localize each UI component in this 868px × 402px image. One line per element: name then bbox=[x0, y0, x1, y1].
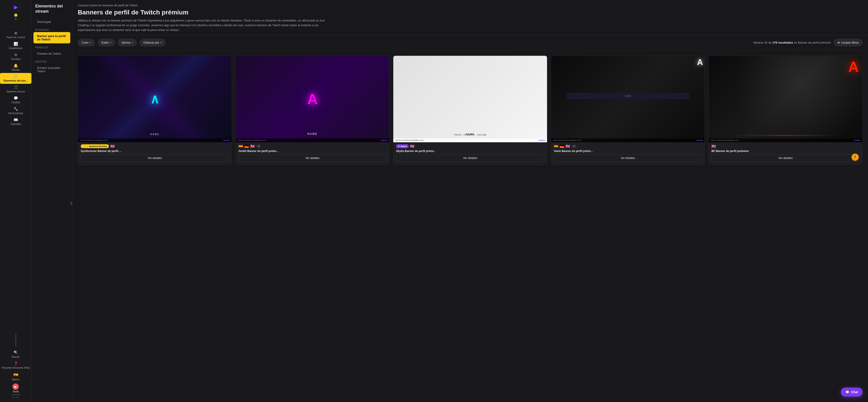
section-paneles: PANELES bbox=[32, 43, 72, 50]
sidebar-item-panel-control[interactable]: ⊞ Panel de Control bbox=[0, 30, 31, 40]
search-icon: 🔍 bbox=[13, 350, 18, 355]
card-synthrunner[interactable]: ∧ NAME TWITCH PROFILE BANNER & PIC OWN3D… bbox=[78, 56, 232, 164]
page-title: Banners de perfil de Twitch prémium bbox=[78, 9, 863, 16]
music-icon: 🎵 bbox=[13, 86, 18, 89]
sidebar-item-herramientas[interactable]: 🔧 Herramientas bbox=[0, 105, 31, 116]
clear-filters-button[interactable]: ⊗ Limpiar filtros bbox=[834, 39, 863, 46]
card-4-title: Venin Banner de perfil prémi... bbox=[551, 149, 705, 155]
content-grid: ∧ NAME TWITCH PROFILE BANNER & PIC OWN3D… bbox=[72, 50, 868, 402]
card-5-details-button[interactable]: Ver detalles bbox=[711, 155, 860, 162]
flag-gb-3: 🇬🇧 bbox=[410, 144, 414, 148]
card-1-title: Synthrunner Banner de perfil ... bbox=[78, 149, 232, 155]
middle-nav-item-emotes-suscriptor[interactable]: Emotes suscriptor Twitch bbox=[33, 64, 70, 75]
chevron-down-icon: ▾ bbox=[110, 41, 111, 44]
card-1-details-button[interactable]: Ver detalles bbox=[81, 155, 229, 162]
sidebar-item-overlays[interactable]: ⧉ Overlays bbox=[0, 51, 31, 62]
sidebar-language[interactable]: 🇪🇸 Idioma bbox=[0, 370, 31, 382]
middle-nav-item-paneles-twitch[interactable]: Paneles de Twitch bbox=[33, 50, 70, 58]
card-5-title: BF Banner de perfil prémium bbox=[709, 149, 862, 155]
flag-gb-2: 🇬🇧 bbox=[250, 144, 255, 148]
badge-new: ✦ Nuevo bbox=[396, 144, 409, 148]
badge-favorites: 🏆 🏆 Nuestros favoritos bbox=[81, 144, 109, 148]
filter-color-button[interactable]: Color ▾ bbox=[78, 39, 95, 46]
middle-nav-item-banner-perfil[interactable]: Banner para tu perfil de Twitch bbox=[33, 32, 70, 43]
card-4-badge-row: 🇪🇸 🇩🇪 🇬🇧 +6 bbox=[551, 142, 705, 149]
clear-icon: ⊗ bbox=[837, 41, 840, 44]
middle-nav: Elementos del stream Descargas BANNERS B… bbox=[32, 0, 72, 402]
card-5-image: A TWITCH PROFILE BANNER & PIC OWN3D bbox=[709, 56, 862, 142]
page-description: ¡Mejora tu stream con un banner premium … bbox=[78, 18, 327, 32]
flag-icon: 🇪🇸 bbox=[13, 372, 18, 377]
sidebar-profile[interactable]: ▶ Perfil v54a35af ID: 172 bbox=[11, 382, 21, 399]
card-3-title: Skylla Banner de perfil prémi... bbox=[393, 149, 547, 155]
chart-icon: 📊 bbox=[13, 42, 18, 46]
warning-badge: ! bbox=[851, 154, 859, 161]
filters-row: Color ▾ Estilo ▾ Idioma ▾ Ordenar por ▾ … bbox=[72, 35, 868, 50]
app-logo[interactable]: ▶ bbox=[11, 3, 20, 12]
chevron-down-icon: ▾ bbox=[90, 41, 91, 44]
chat-bubble-label: Chat bbox=[851, 390, 858, 394]
collapse-nav-button[interactable]: ◀ bbox=[70, 201, 72, 205]
flag-gb: 🇬🇧 bbox=[110, 144, 115, 148]
card-3-image: A TWITCH FACEBOOK YOUTUBE NAME TWITCH PR… bbox=[393, 56, 547, 142]
card-2-details-button[interactable]: Ver detalles bbox=[239, 155, 387, 162]
sidebar-item-estadisticas[interactable]: 📊 Estadísticas bbox=[0, 40, 31, 51]
card-4-image: A NAME TWITCH PROFILE BANNER & PIC OWN3D bbox=[551, 56, 705, 142]
cards-grid: ∧ NAME TWITCH PROFILE BANNER & PIC OWN3D… bbox=[78, 56, 863, 164]
card-venin[interactable]: A NAME TWITCH PROFILE BANNER & PIC OWN3D… bbox=[551, 56, 705, 164]
sidebar-faq[interactable]: ❓ Preguntas frecuentes (FAQ) bbox=[0, 360, 31, 370]
card-4-details-button[interactable]: Ver detalles bbox=[554, 155, 702, 162]
chat-bubble[interactable]: 💬 Chat bbox=[841, 388, 863, 397]
card-5-badge-row: 🇬🇧 bbox=[709, 142, 862, 149]
results-info: Mostrar 20 de 176 resultados en Banner d… bbox=[753, 41, 831, 44]
card-3-details-button[interactable]: Ver detalles bbox=[396, 155, 544, 162]
middle-nav-item-descargas[interactable]: Descargas bbox=[33, 18, 70, 26]
card-zenith[interactable]: A NAME TWITCH PROFILE BANNER & PIC OWN3D… bbox=[236, 56, 390, 164]
notification-badge: 0 bbox=[14, 13, 18, 24]
flag-de-2: 🇩🇪 bbox=[244, 144, 249, 148]
filter-estilo-button[interactable]: Estilo ▾ bbox=[98, 39, 115, 46]
sidebar-item-chatbot[interactable]: 💬 Chatbot bbox=[0, 95, 31, 105]
card-skylla[interactable]: A TWITCH FACEBOOK YOUTUBE NAME TWITCH PR… bbox=[393, 56, 547, 164]
middle-nav-title: Elementos del stream bbox=[32, 4, 72, 18]
flag-gb-5: 🇬🇧 bbox=[711, 144, 716, 148]
card-2-image: A NAME TWITCH PROFILE BANNER & PIC OWN3D bbox=[236, 56, 390, 142]
main-content: Comprar todos los banners de perfil de T… bbox=[72, 0, 868, 402]
avatar: ▶ bbox=[12, 383, 19, 390]
main-header: Comprar todos los banners de perfil de T… bbox=[72, 0, 868, 35]
chevron-down-icon: ▾ bbox=[160, 41, 162, 44]
grid-icon: ⊞ bbox=[14, 31, 17, 35]
flag-more-2: +6 bbox=[256, 144, 261, 148]
bell-icon: 🔔 bbox=[13, 64, 18, 68]
sidebar-search[interactable]: 🔍 Buscar bbox=[0, 348, 31, 360]
card-2-badge-row: 🇪🇸 🇩🇪 🇬🇧 +6 bbox=[236, 142, 390, 149]
book-icon: 📖 bbox=[13, 118, 18, 122]
section-banners: BANNERS bbox=[32, 26, 72, 32]
chevron-down-icon: ▾ bbox=[132, 41, 133, 44]
sidebar-item-tutoriales[interactable]: 📖 Tutoriales bbox=[0, 116, 31, 127]
chat-icon: 💬 bbox=[13, 96, 18, 100]
card-1-badge-row: 🏆 🏆 Nuestros favoritos 🇬🇧 bbox=[78, 142, 232, 149]
faq-icon: ❓ bbox=[13, 361, 18, 366]
filter-ordenar-button[interactable]: Ordenar por ▾ bbox=[140, 39, 165, 46]
sidebar: ▶ 0 ⊞ Panel de Control 📊 Estadísticas ⧉ … bbox=[0, 0, 32, 402]
overlay-icon: ⧉ bbox=[14, 53, 17, 57]
card-2-title: Zenith Banner de perfil prémi... bbox=[236, 149, 390, 155]
sidebar-item-elementos[interactable]: 🛒 Elementos del stre... bbox=[0, 73, 31, 84]
card-bf[interactable]: A TWITCH PROFILE BANNER & PIC OWN3D 🇬🇧 B… bbox=[708, 56, 863, 164]
chat-bubble-icon: 💬 bbox=[845, 390, 849, 394]
flag-de-4: 🇩🇪 bbox=[560, 144, 564, 148]
flag-es-4: 🇪🇸 bbox=[554, 144, 558, 148]
divider bbox=[3, 28, 28, 28]
cart-icon: 🛒 bbox=[13, 75, 18, 78]
sidebar-item-epidemic[interactable]: 🎵 Epidemic Sound bbox=[0, 84, 31, 95]
tools-icon: 🔧 bbox=[13, 107, 18, 111]
section-emotes: EMOTES bbox=[32, 58, 72, 64]
card-1-image: ∧ NAME TWITCH PROFILE BANNER & PIC OWN3D bbox=[78, 56, 232, 142]
scrollbar bbox=[16, 333, 16, 347]
card-3-badge-row: ✦ Nuevo 🇬🇧 bbox=[393, 142, 547, 149]
filter-idioma-button[interactable]: Idioma ▾ bbox=[118, 39, 137, 46]
sidebar-item-alertas[interactable]: 🔔 Alertas bbox=[0, 62, 31, 73]
flag-gb-4: 🇬🇧 bbox=[565, 144, 570, 148]
flag-es-2: 🇪🇸 bbox=[239, 144, 243, 148]
